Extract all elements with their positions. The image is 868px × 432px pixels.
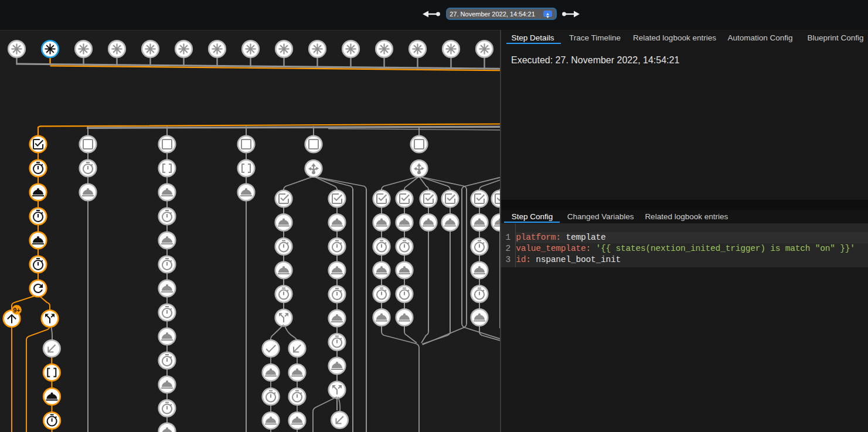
- svg-text:9+: 9+: [13, 307, 21, 314]
